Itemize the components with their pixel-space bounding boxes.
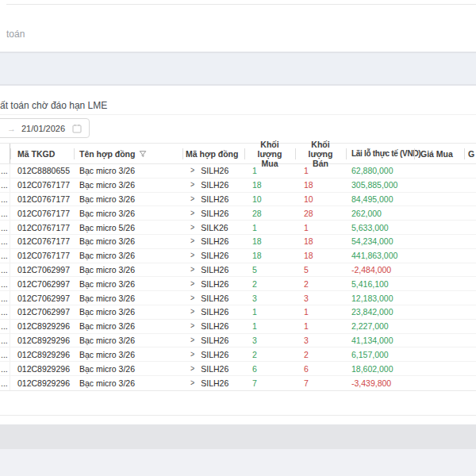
cell-contract-code: >SILH26 bbox=[182, 320, 244, 333]
cell-contract-name: Bạc micro 3/26 bbox=[74, 206, 182, 220]
cell-account: 012C0767177 bbox=[10, 206, 74, 220]
table-row[interactable]: ...012C7062997Bạc micro 3/26>SILH2655-2,… bbox=[0, 263, 476, 278]
cell-contract-name: Bạc micro 3/26 bbox=[74, 263, 182, 277]
cell-buy-price bbox=[414, 320, 464, 333]
expand-chevron-icon[interactable]: > bbox=[190, 209, 194, 218]
table-row[interactable]: ...012C8929296Bạc micro 3/26>SILH263341,… bbox=[0, 334, 476, 348]
cell-contract-name: Bạc micro 3/26 bbox=[74, 193, 182, 206]
table-row[interactable]: ...012C8929296Bạc micro 3/26>SILH26226,1… bbox=[0, 347, 476, 362]
table-row[interactable]: ...012C0767177Bạc micro 3/26>SILH2610108… bbox=[0, 193, 476, 207]
expand-chevron-icon[interactable]: > bbox=[190, 294, 194, 303]
cell-buy-price bbox=[414, 164, 464, 178]
expand-chevron-icon[interactable]: > bbox=[190, 194, 194, 204]
expand-chevron-icon[interactable]: > bbox=[190, 167, 194, 176]
footer-bar bbox=[0, 424, 476, 449]
table-row[interactable]: ...012C8929296Bạc micro 3/26>SILH26112,2… bbox=[0, 320, 476, 334]
cell-account: 012C0767177 bbox=[10, 235, 74, 248]
cell-cut-column bbox=[464, 305, 476, 319]
expand-chevron-icon[interactable]: > bbox=[190, 350, 194, 359]
cell-pnl: 84,495,000 bbox=[346, 193, 414, 206]
cell-name-truncated: ... bbox=[0, 320, 10, 333]
cell-buy-qty: 10 bbox=[244, 193, 295, 206]
cell-contract-code: >SILH26 bbox=[182, 362, 244, 375]
cell-cut-column bbox=[464, 263, 476, 277]
cell-contract-code: >SILH26 bbox=[182, 291, 244, 305]
cell-buy-price bbox=[414, 291, 464, 305]
header-buy-qty: Khối lượng Mua bbox=[244, 144, 295, 163]
cell-sell-qty: 3 bbox=[295, 291, 346, 305]
table-row[interactable]: ...012C0767177Bạc micro 3/26>SILH2618184… bbox=[0, 249, 476, 263]
expand-chevron-icon[interactable]: > bbox=[190, 237, 194, 247]
cell-pnl: 441,863,000 bbox=[346, 249, 414, 263]
filter-funnel-icon[interactable] bbox=[139, 150, 147, 158]
cell-account: 012C8929296 bbox=[10, 320, 74, 333]
cell-buy-price bbox=[414, 362, 464, 375]
cell-name-truncated: ... bbox=[0, 249, 10, 263]
header-sell-qty: Khối lượng Bán bbox=[295, 144, 346, 163]
table-row[interactable]: ...012C7062997Bạc micro 3/26>SILH26225,4… bbox=[0, 277, 476, 291]
cell-buy-price bbox=[414, 347, 464, 361]
table-row[interactable]: ...012C0767177Bạc micro 3/26>SILH2618185… bbox=[0, 235, 476, 249]
cell-buy-price bbox=[414, 263, 464, 277]
contract-code-text: SILH26 bbox=[201, 236, 228, 246]
expand-chevron-icon[interactable]: > bbox=[190, 223, 194, 232]
contract-code-text: SILH26 bbox=[201, 166, 228, 175]
cell-pnl: 5,633,000 bbox=[346, 221, 414, 234]
cell-cut-column bbox=[464, 291, 476, 305]
contract-code-text: SILH26 bbox=[201, 251, 228, 260]
topbar-label: toán bbox=[6, 29, 25, 40]
cell-buy-price bbox=[414, 221, 464, 234]
date-value[interactable]: 21/01/2026 bbox=[21, 124, 65, 133]
expand-chevron-icon[interactable]: > bbox=[190, 364, 194, 374]
contract-code-text: SILH26 bbox=[201, 180, 228, 190]
cell-sell-qty: 7 bbox=[295, 376, 346, 390]
cell-contract-code: >SILK26 bbox=[182, 221, 244, 234]
cell-sell-qty: 28 bbox=[295, 206, 346, 220]
date-range-picker[interactable]: → 21/01/2026 bbox=[0, 118, 90, 138]
cell-name-truncated: ... bbox=[0, 277, 10, 290]
cell-buy-qty: 18 bbox=[244, 249, 295, 263]
cell-contract-name: Bạc micro 3/26 bbox=[74, 376, 182, 390]
cell-buy-qty: 6 bbox=[244, 362, 295, 375]
table-row[interactable]: ...012C8929296Bạc micro 3/26>SILH266618,… bbox=[0, 362, 476, 376]
table-body: ...012C8880655Bạc micro 3/26>SILH261162,… bbox=[0, 164, 476, 391]
cell-sell-qty: 1 bbox=[295, 320, 346, 333]
cell-contract-name: Bạc micro 3/26 bbox=[74, 277, 182, 290]
table-row[interactable]: ...012C8880655Bạc micro 3/26>SILH261162,… bbox=[0, 164, 476, 178]
cell-contract-code: >SILH26 bbox=[182, 164, 244, 178]
table-row[interactable]: ...012C7062997Bạc micro 3/26>SILH261123,… bbox=[0, 305, 476, 320]
table-row[interactable]: ...012C0767177Bạc micro 3/26>SILH2628282… bbox=[0, 206, 476, 221]
expand-chevron-icon[interactable]: > bbox=[190, 265, 194, 274]
contract-code-text: SILH26 bbox=[201, 321, 228, 331]
expand-chevron-icon[interactable]: > bbox=[190, 308, 194, 317]
table-row[interactable]: ...012C0767177Bạc micro 5/26>SILK26115,6… bbox=[0, 221, 476, 235]
expand-chevron-icon[interactable]: > bbox=[190, 336, 194, 345]
header-contract-name: Tên hợp đồng bbox=[74, 144, 182, 163]
cell-buy-price bbox=[414, 235, 464, 248]
expand-chevron-icon[interactable]: > bbox=[190, 279, 194, 289]
cell-buy-qty: 2 bbox=[244, 347, 295, 361]
expand-chevron-icon[interactable]: > bbox=[190, 251, 194, 260]
expand-chevron-icon[interactable]: > bbox=[190, 180, 194, 190]
table-row[interactable]: ...012C0767177Bạc micro 3/26>SILH2618183… bbox=[0, 178, 476, 193]
cell-name-truncated: ... bbox=[0, 193, 10, 206]
table-row[interactable]: ...012C7062997Bạc micro 3/26>SILH263312,… bbox=[0, 291, 476, 305]
cell-pnl: 262,000 bbox=[346, 206, 414, 220]
cell-contract-code: >SILH26 bbox=[182, 334, 244, 347]
cell-pnl: 18,602,000 bbox=[346, 362, 414, 375]
header-buy-qty-label: Khối lượng Mua bbox=[249, 140, 290, 168]
cell-name-truncated: ... bbox=[0, 206, 10, 220]
cell-sell-qty: 1 bbox=[295, 305, 346, 319]
cell-cut-column bbox=[464, 178, 476, 192]
table-row[interactable]: ...012C8929296Bạc micro 3/26>SILH2677-3,… bbox=[0, 376, 476, 390]
cell-account: 012C0767177 bbox=[10, 221, 74, 234]
cell-buy-qty: 1 bbox=[244, 221, 295, 234]
cell-contract-name: Bạc micro 5/26 bbox=[74, 221, 182, 234]
cell-pnl: 2,227,000 bbox=[346, 320, 414, 333]
cell-cut-column bbox=[464, 221, 476, 234]
contract-code-text: SILK26 bbox=[201, 223, 228, 232]
calendar-icon[interactable] bbox=[72, 124, 82, 133]
table-header-row: Mã TKGD Tên hợp đồng Mã hợp đồng Khối lư… bbox=[0, 143, 476, 164]
expand-chevron-icon[interactable]: > bbox=[190, 378, 194, 388]
expand-chevron-icon[interactable]: > bbox=[190, 321, 194, 331]
